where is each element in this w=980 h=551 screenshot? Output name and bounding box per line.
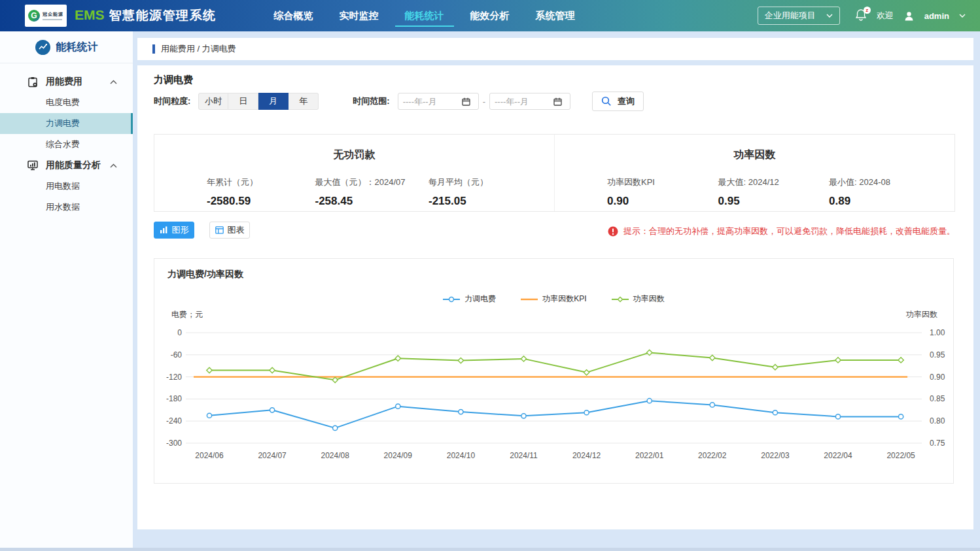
date-end-field[interactable] — [489, 93, 570, 110]
data-point — [773, 365, 778, 370]
range-label: 时间范围: — [353, 95, 389, 107]
data-point — [773, 410, 777, 415]
table-view-button[interactable]: 图表 — [209, 222, 250, 239]
stat-power-factor-min: 最小值: 2024-08 0.89 — [829, 176, 914, 208]
top-nav: 综合概览 实时监控 能耗统计 能效分析 系统管理 — [274, 0, 575, 31]
chart-card: 力调电费/功率因数 力调电费 功率因数KPI 功率因数 — [154, 258, 954, 484]
line-chart: 01.00-600.95-1200.90-1800.85-2400.80-300… — [156, 320, 953, 476]
monitor-icon — [27, 160, 38, 171]
x-axis-label: 2022/02 — [698, 451, 727, 460]
sidebar-header: 能耗统计 — [0, 31, 133, 63]
data-point — [710, 403, 714, 407]
range-separator: - — [483, 97, 485, 107]
date-start-field[interactable] — [398, 93, 479, 110]
nav-item-realtime-monitor[interactable]: 实时监控 — [340, 0, 379, 31]
search-icon — [601, 96, 612, 107]
sidebar-group-energy-cost[interactable]: 用能费用 — [0, 71, 133, 92]
data-point — [270, 367, 275, 373]
left-axis-tick: -120 — [166, 373, 182, 382]
legend-item-fee[interactable]: 力调电费 — [443, 293, 496, 305]
sidebar-item-power-factor-adjustment-fee[interactable]: 力调电费 — [0, 113, 133, 134]
sidebar-item-water-data[interactable]: 用水数据 — [0, 197, 133, 218]
topbar: G 冠众能源 EMS 智慧能源管理系统 综合概览 实时监控 能耗统计 能效分析 … — [0, 0, 980, 31]
legend-item-kpi[interactable]: 功率因数KPI — [521, 293, 586, 305]
right-axis-tick: 0.95 — [930, 350, 945, 359]
legend-item-power-factor[interactable]: 功率因数 — [612, 293, 665, 305]
nav-item-overview[interactable]: 综合概览 — [274, 0, 313, 31]
date-start-input[interactable] — [403, 97, 459, 107]
data-point — [333, 426, 338, 430]
project-select[interactable]: 企业用能项目 — [758, 7, 840, 25]
sidebar: 能耗统计 用能费用 电度电费 力调电费 综合水费 用能质量分析 用电数据 — [0, 31, 133, 548]
sidebar-title: 能耗统计 — [56, 41, 98, 54]
stat-max-value: 最大值（元）：2024/07 -258.45 — [315, 176, 406, 208]
data-point — [647, 399, 652, 403]
right-axis-label: 功率因数 — [906, 309, 937, 320]
calendar-icon — [462, 97, 470, 106]
chevron-down-icon — [826, 14, 833, 18]
search-button[interactable]: 查询 — [592, 92, 644, 111]
stats-power-factor: 功率因数 功率因数KPI 0.90 最大值: 2024/12 0.95 最小值:… — [554, 135, 954, 211]
legend-line-diamond-icon — [612, 296, 629, 303]
chart-legend: 力调电费 功率因数KPI 功率因数 — [154, 293, 953, 305]
chevron-up-icon — [110, 80, 117, 84]
x-axis-label: 2024/08 — [321, 451, 350, 460]
data-point — [521, 356, 526, 361]
sidebar-group-label: 用能费用 — [46, 76, 82, 88]
granularity-day-button[interactable]: 日 — [228, 93, 258, 110]
data-point — [270, 408, 275, 412]
date-end-input[interactable] — [495, 97, 551, 107]
trend-chart-icon — [35, 40, 50, 55]
nav-item-efficiency-analysis[interactable]: 能效分析 — [470, 0, 510, 31]
calendar-icon — [553, 97, 562, 106]
sidebar-item-electricity-data[interactable]: 用电数据 — [0, 176, 133, 197]
data-point — [584, 370, 589, 375]
breadcrumb-marker — [152, 44, 155, 54]
sidebar-group-energy-quality[interactable]: 用能质量分析 — [0, 155, 133, 176]
granularity-label: 时间粒度: — [154, 95, 190, 107]
legend-line-circle-icon — [443, 296, 460, 303]
app-logo: G 冠众能源 — [25, 5, 67, 27]
granularity-year-button[interactable]: 年 — [289, 93, 319, 110]
username: admin — [924, 11, 949, 21]
granularity-hour-button[interactable]: 小时 — [198, 93, 228, 110]
sidebar-item-comprehensive-water-fee[interactable]: 综合水费 — [0, 134, 133, 155]
notification-bell[interactable]: z — [855, 8, 867, 24]
x-axis-label: 2022/04 — [824, 451, 852, 460]
user-menu-chevron-icon[interactable] — [959, 14, 966, 18]
nav-item-energy-statistics[interactable]: 能耗统计 — [405, 0, 444, 31]
data-point — [899, 414, 903, 419]
chart-series-2 — [209, 352, 901, 380]
granularity-segmented-control: 小时 日 月 年 — [198, 93, 319, 110]
data-point — [835, 414, 840, 419]
breadcrumb: 用能费用 / 力调电费 — [137, 38, 973, 60]
left-axis-tick: 0 — [177, 328, 182, 337]
filter-row: 时间粒度: 小时 日 月 年 时间范围: - — [154, 92, 644, 110]
data-point — [459, 410, 463, 414]
right-axis-tick: 1.00 — [930, 328, 945, 337]
x-axis-label: 2022/03 — [761, 451, 790, 460]
granularity-month-button[interactable]: 月 — [258, 93, 289, 110]
x-axis-label: 2022/01 — [635, 451, 664, 460]
tip-text: 提示：合理的无功补偿，提高功率因数，可以避免罚款，降低电能损耗，改善电能质量。 — [623, 225, 955, 237]
x-axis-label: 2024/12 — [572, 451, 601, 460]
logo-g-icon: G — [28, 10, 40, 22]
stat-power-factor-max: 最大值: 2024/12 0.95 — [718, 176, 803, 208]
data-point — [835, 358, 841, 363]
data-point — [898, 358, 903, 363]
data-point — [207, 367, 212, 373]
right-axis-tick: 0.85 — [930, 394, 945, 403]
bottom-scrollbar[interactable] — [0, 548, 980, 551]
sidebar-item-metered-electricity-fee[interactable]: 电度电费 — [0, 92, 133, 113]
x-axis-label: 2024/07 — [258, 451, 287, 460]
legend-line-icon — [521, 296, 538, 303]
graph-view-label: 图形 — [172, 224, 189, 236]
graph-view-button[interactable]: 图形 — [154, 222, 194, 239]
user-icon — [903, 10, 915, 22]
stat-monthly-average: 每月平均（元） -215.05 — [429, 176, 514, 208]
nav-item-system-management[interactable]: 系统管理 — [536, 0, 575, 31]
content-panel: 力调电费 时间粒度: 小时 日 月 年 时间范围: - — [137, 65, 973, 529]
stat-power-factor-kpi: 功率因数KPI 0.90 — [607, 176, 692, 208]
welcome-text: 欢迎 — [877, 10, 894, 22]
brand-title: 智慧能源管理系统 — [109, 7, 217, 24]
